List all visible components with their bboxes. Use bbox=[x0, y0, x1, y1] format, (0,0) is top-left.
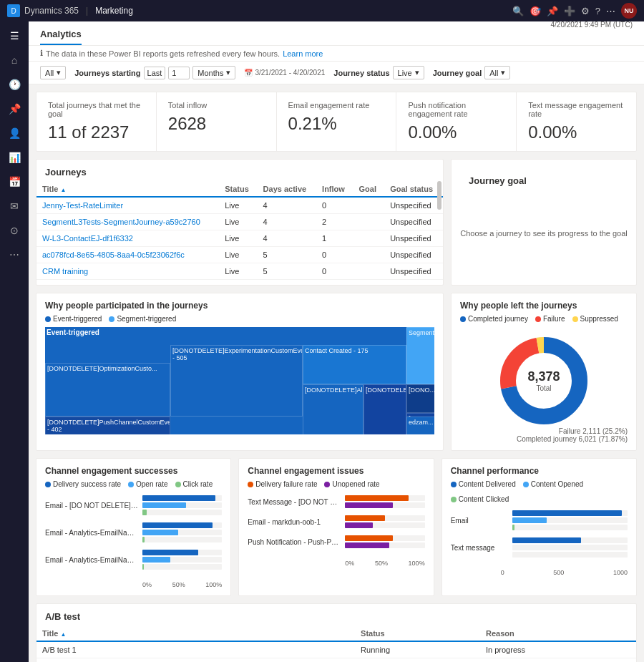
bar-track bbox=[345, 542, 424, 548]
treemap-cell-label: [DONOTDELETE]EmailCh... bbox=[364, 385, 406, 395]
treemap-event-label: Event-triggered bbox=[47, 328, 99, 336]
bar-row: Push Notification - Push-Pus... bbox=[248, 535, 424, 548]
charts-section-2: Channel engagement successes Delivery su… bbox=[36, 458, 637, 596]
journey-status: Live bbox=[219, 214, 257, 230]
bar-fill bbox=[142, 564, 144, 570]
analytics-tab[interactable]: Analytics bbox=[40, 26, 82, 45]
filters-bar: All ▾ Journeys starting Last 1 Months ▾ … bbox=[29, 62, 644, 84]
content-area: Analytics Last Refreshed 4/20/2021 9:49 … bbox=[29, 21, 644, 662]
sidebar-item-contacts[interactable]: 👤 bbox=[1, 122, 27, 145]
sidebar-item-hamburger[interactable]: ☰ bbox=[1, 24, 27, 47]
last-label: Last bbox=[144, 67, 166, 79]
journey-status: Live bbox=[219, 230, 257, 247]
bar-fill bbox=[142, 530, 178, 535]
performance-legend: Content Delivered Content Opened Content… bbox=[451, 480, 628, 503]
period-select[interactable]: Months ▾ bbox=[192, 66, 235, 79]
bar-track bbox=[512, 510, 628, 516]
journey-status: Live bbox=[219, 247, 257, 263]
brand-area[interactable]: D Dynamics 365 bbox=[7, 4, 79, 17]
col-goal[interactable]: Goal bbox=[353, 182, 385, 197]
journey-link[interactable]: Jenny-Test-RateLimiter bbox=[42, 201, 123, 210]
sidebar-item-home[interactable]: ⌂ bbox=[1, 49, 27, 72]
ab-col-title[interactable]: Title ▲ bbox=[36, 626, 355, 641]
left-journeys-chart-panel: Why people left the journeys Completed j… bbox=[451, 293, 637, 451]
add-icon[interactable]: ➕ bbox=[564, 6, 575, 16]
target-icon[interactable]: 🎯 bbox=[530, 6, 541, 16]
bar-row: Email - markdun-oob-1 bbox=[248, 515, 424, 528]
bar-tracks bbox=[142, 495, 222, 515]
ab-col-status[interactable]: Status bbox=[355, 626, 480, 641]
journey-goal bbox=[353, 230, 385, 247]
kpi-title-4: Push notification engagement rate bbox=[408, 101, 504, 118]
table-scrollbar[interactable] bbox=[437, 181, 441, 210]
kpi-title-1: Total journeys that met the goal bbox=[48, 101, 145, 118]
pin-icon[interactable]: 📌 bbox=[547, 6, 558, 16]
col-inflow[interactable]: Inflow bbox=[316, 182, 353, 197]
bar-tracks bbox=[512, 537, 628, 558]
col-goal-status[interactable]: Goal status bbox=[384, 182, 443, 197]
journey-status-group: Journey status Live ▾ bbox=[333, 66, 424, 79]
treemap-cell: [DONOTDELETE]ExperimentationCustomEvent … bbox=[170, 345, 303, 417]
info-text: The data in these Power BI reports gets … bbox=[46, 49, 280, 58]
help-icon[interactable]: ? bbox=[595, 6, 600, 16]
journey-goal-panel: Journey goal Choose a journey to see its… bbox=[451, 159, 637, 286]
filter-icon[interactable]: ⚙ bbox=[581, 6, 590, 16]
brand-name: Dynamics 365 bbox=[24, 6, 79, 16]
bar-fill bbox=[512, 525, 514, 530]
table-row: SegmentL3Tests-SegmentJourney-a59c2760 L… bbox=[36, 214, 443, 230]
bar-tracks bbox=[142, 550, 222, 570]
sidebar-item-recent[interactable]: 🕐 bbox=[1, 73, 27, 96]
bar-fill bbox=[345, 515, 385, 521]
journey-link[interactable]: SegmentL3Tests-SegmentJourney-a59c2760 bbox=[42, 218, 200, 226]
bar-fill bbox=[142, 495, 215, 501]
sidebar-item-events[interactable]: 📅 bbox=[1, 170, 27, 193]
channel-successes-panel: Channel engagement successes Delivery su… bbox=[36, 458, 231, 596]
sidebar-item-segments[interactable]: ⊙ bbox=[1, 219, 27, 242]
learn-more-link[interactable]: Learn more bbox=[283, 49, 323, 58]
donut-center: 8,378 Total bbox=[527, 369, 560, 392]
bar-track bbox=[142, 550, 222, 555]
col-status[interactable]: Status bbox=[219, 182, 257, 197]
sidebar-item-email[interactable]: ✉ bbox=[1, 195, 27, 218]
refresh-info: Last Refreshed 4/20/2021 9:49 PM (UTC) bbox=[551, 21, 633, 29]
journey-days: 5 bbox=[258, 263, 316, 280]
kpi-journeys-met-goal: Total journeys that met the goal 11 of 2… bbox=[36, 92, 157, 151]
top-navigation: D Dynamics 365 | Marketing 🔍 🎯 📌 ➕ ⚙ ? ⋯… bbox=[0, 0, 644, 21]
journeys-starting-label: Journeys starting bbox=[74, 69, 140, 77]
more-icon[interactable]: ⋯ bbox=[606, 6, 615, 16]
treemap: Event-triggered [DONOTDELETE]Optimizatio… bbox=[45, 327, 434, 434]
ab-status: Running bbox=[355, 658, 480, 663]
all-filter[interactable]: All ▾ bbox=[40, 66, 66, 79]
journey-status-select[interactable]: Live ▾ bbox=[393, 66, 424, 79]
sidebar: ☰ ⌂ 🕐 📌 👤 📊 📅 ✉ ⊙ ⋯ bbox=[0, 21, 29, 662]
top-nav-right: 🔍 🎯 📌 ➕ ⚙ ? ⋯ NU bbox=[512, 3, 637, 19]
ab-status: Running bbox=[355, 641, 480, 658]
bar-fill bbox=[142, 537, 145, 542]
bar-tracks bbox=[345, 515, 424, 528]
bar-track bbox=[512, 517, 628, 523]
journey-goal-status: Unspecified bbox=[384, 230, 443, 247]
sidebar-item-more[interactable]: ⋯ bbox=[1, 243, 27, 266]
search-icon[interactable]: 🔍 bbox=[512, 6, 524, 16]
sidebar-item-analytics[interactable]: 📊 bbox=[1, 146, 27, 169]
legend-content-clicked: Content Clicked bbox=[451, 495, 509, 503]
table-row: ac078fcd-8e65-4805-8aa4-0c5f23062f6c Liv… bbox=[36, 247, 443, 263]
legend-open-rate: Open rate bbox=[128, 480, 167, 488]
journey-link[interactable]: ac078fcd-8e65-4805-8aa4-0c5f23062f6c bbox=[42, 250, 185, 259]
journey-goal-select[interactable]: All ▾ bbox=[484, 66, 510, 79]
sidebar-item-pinned[interactable]: 📌 bbox=[1, 97, 27, 120]
bar-fill bbox=[142, 502, 186, 508]
col-title[interactable]: Title ▲ bbox=[36, 182, 219, 197]
journey-link[interactable]: CRM training bbox=[42, 267, 88, 276]
performance-bar-chart: EmailText message bbox=[451, 507, 628, 568]
kpi-email-engagement: Email engagement rate 0.21% bbox=[277, 92, 397, 151]
bar-track bbox=[142, 495, 222, 501]
col-days[interactable]: Days active bbox=[258, 182, 316, 197]
ab-col-reason[interactable]: Reason bbox=[480, 626, 636, 641]
kpi-sms-engagement: Text message engagement rate 0.00% bbox=[517, 92, 636, 151]
journey-link[interactable]: W-L3-ContactEJ-df1f6332 bbox=[42, 234, 133, 243]
period-number[interactable]: 1 bbox=[168, 67, 190, 79]
journey-inflow: 0 bbox=[316, 263, 353, 280]
kpi-title-5: Text message engagement rate bbox=[528, 101, 625, 118]
user-avatar[interactable]: NU bbox=[621, 3, 637, 19]
